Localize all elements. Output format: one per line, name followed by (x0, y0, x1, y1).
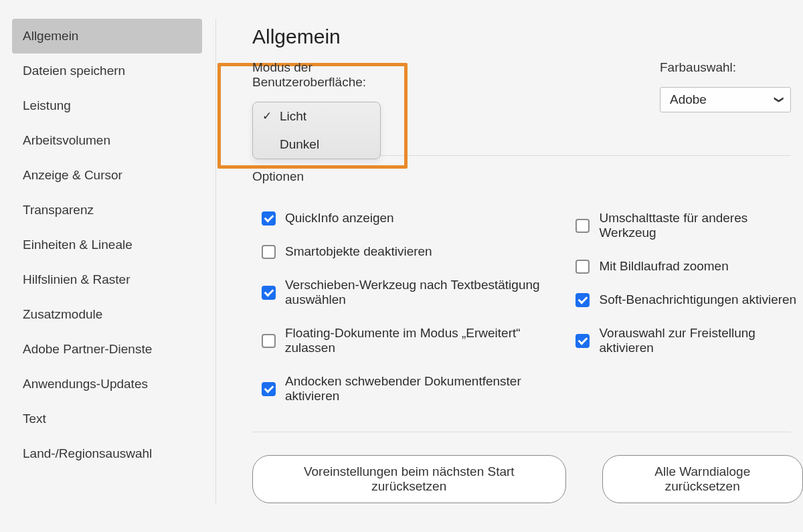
checkbox-icon (575, 260, 590, 274)
chevron-down-icon: ❯ (774, 96, 785, 104)
ui-mode-field: Modus der Benutzeroberfläche: ✓ Licht Du… (252, 60, 426, 159)
checkbox-quickinfo[interactable]: QuickInfo anzeigen (262, 211, 562, 226)
checkbox-label: Umschalttaste für anderes Werkzeug (599, 211, 803, 240)
checkbox-smartobjekte[interactable]: Smartobjekte deaktivieren (262, 244, 562, 259)
checkbox-icon (262, 286, 276, 300)
checkbox-umschalttaste[interactable]: Umschalttaste für anderes Werkzeug (575, 211, 803, 240)
color-picker-label: Farbauswahl: (660, 60, 791, 75)
checkbox-icon (262, 211, 276, 226)
sidebar-item-anwendungs-updates[interactable]: Anwendungs-Updates (12, 367, 202, 402)
options-heading: Optionen (235, 156, 803, 188)
sidebar-item-text[interactable]: Text (12, 402, 202, 436)
page-title: Allgemein (235, 19, 803, 60)
checkbox-label: Soft-Benachrichtigungen aktivieren (599, 292, 796, 307)
sidebar-item-dateien-speichern[interactable]: Dateien speichern (12, 54, 202, 88)
sidebar-item-zusatzmodule[interactable]: Zusatzmodule (12, 297, 202, 332)
checkbox-icon (575, 334, 590, 348)
color-picker-field: Farbauswahl: Adobe ❯ (660, 60, 791, 159)
preferences-panel: Allgemein Modus der Benutzeroberfläche: … (215, 19, 803, 503)
ui-mode-dropdown[interactable]: ✓ Licht Dunkel (252, 102, 381, 159)
sidebar-item-hilfslinien-raster[interactable]: Hilfslinien & Raster (12, 262, 202, 297)
ui-mode-label: Modus der Benutzeroberfläche: (252, 60, 426, 90)
option-label: Licht (280, 109, 306, 123)
checkbox-label: Smartobjekte deaktivieren (285, 244, 432, 259)
ui-mode-option-licht[interactable]: ✓ Licht (253, 102, 380, 130)
checkbox-icon (262, 382, 276, 396)
reset-prefs-button[interactable]: Voreinstellungen beim nächsten Start zur… (252, 455, 566, 503)
checkbox-label: Mit Bildlaufrad zoomen (599, 259, 728, 274)
ui-mode-option-dunkel[interactable]: Dunkel (253, 130, 380, 159)
preferences-sidebar: Allgemein Dateien speichern Leistung Arb… (12, 19, 202, 503)
sidebar-item-transparenz[interactable]: Transparenz (12, 193, 202, 228)
checkbox-andocken[interactable]: Andocken schwebender Dokumentfenster akt… (262, 374, 562, 404)
reset-warnings-button[interactable]: Alle Warndialoge zurücksetzen (602, 455, 803, 503)
sidebar-item-arbeitsvolumen[interactable]: Arbeitsvolumen (12, 123, 202, 158)
sidebar-item-leistung[interactable]: Leistung (12, 88, 202, 123)
sidebar-item-adobe-partner-dienste[interactable]: Adobe Partner-Dienste (12, 332, 202, 367)
checkbox-label: Vorauswahl zur Freistellung aktivieren (599, 326, 803, 355)
checkbox-icon (262, 245, 276, 259)
color-picker-value: Adobe (670, 92, 707, 107)
sidebar-item-einheiten-lineale[interactable]: Einheiten & Lineale (12, 228, 202, 262)
sidebar-item-land-regionsauswahl[interactable]: Land-/Regionsauswahl (12, 436, 202, 471)
sidebar-item-allgemein[interactable]: Allgemein (12, 19, 202, 54)
checkbox-icon (575, 293, 590, 307)
checkbox-bildlaufrad[interactable]: Mit Bildlaufrad zoomen (575, 259, 803, 274)
checkbox-label: Floating-Dokumente im Modus „Erweitert“ … (285, 326, 562, 355)
checkbox-soft-benachrichtigungen[interactable]: Soft-Benachrichtigungen aktivieren (575, 292, 803, 307)
checkbox-label: Andocken schwebender Dokumentfenster akt… (285, 374, 562, 404)
check-icon: ✓ (262, 109, 272, 123)
sidebar-item-anzeige-cursor[interactable]: Anzeige & Cursor (12, 158, 202, 193)
option-label: Dunkel (280, 137, 319, 151)
checkbox-label: QuickInfo anzeigen (285, 211, 394, 226)
color-picker-select[interactable]: Adobe ❯ (660, 87, 791, 112)
checkbox-floating-dokumente[interactable]: Floating-Dokumente im Modus „Erweitert“ … (262, 326, 562, 355)
checkbox-label: Verschieben-Werkzeug nach Textbestätigun… (285, 278, 562, 307)
checkbox-vorauswahl-freistellung[interactable]: Vorauswahl zur Freistellung aktivieren (575, 326, 803, 355)
checkbox-icon (575, 219, 590, 233)
checkbox-icon (262, 334, 276, 348)
checkbox-verschieben-werkzeug[interactable]: Verschieben-Werkzeug nach Textbestätigun… (262, 278, 562, 307)
